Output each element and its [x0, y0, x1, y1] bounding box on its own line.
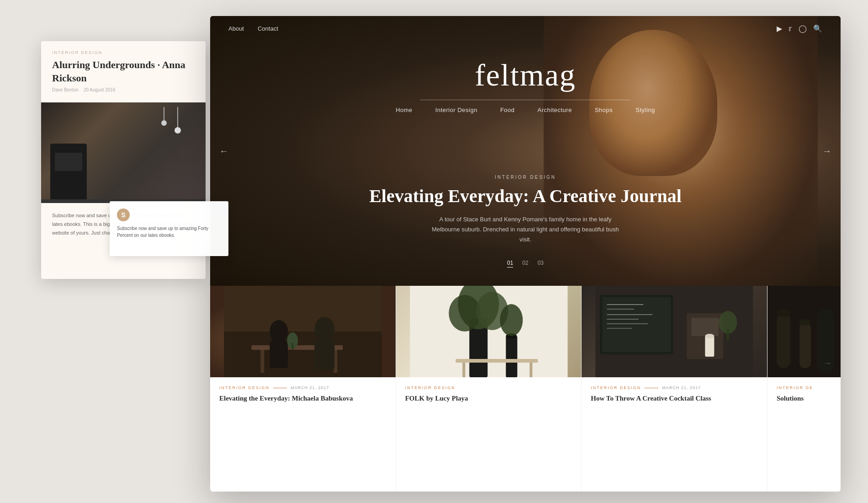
card-title: Alurring Undergrounds · Anna Rickson: [52, 59, 195, 85]
svg-rect-30: [607, 319, 639, 320]
svg-rect-13: [469, 322, 487, 377]
bottom-row-arrow[interactable]: →: [823, 359, 831, 368]
hero-description: A tour of Stace Burt and Kenny Pomare's …: [429, 214, 621, 245]
svg-point-36: [705, 334, 715, 338]
article-date-3: March 21, 2017: [662, 385, 701, 390]
article-date-1: March 21, 2017: [291, 385, 329, 390]
card-meta: Dave Benton 20 August 2016: [52, 87, 195, 92]
svg-point-5: [270, 320, 288, 343]
main-nav-architecture[interactable]: Architecture: [538, 107, 572, 113]
svg-point-41: [777, 310, 790, 317]
youtube-icon[interactable]: ▶: [777, 24, 782, 33]
svg-rect-6: [270, 341, 288, 368]
article-item-3[interactable]: Interior Design March 21, 2017 How To Th…: [582, 286, 767, 492]
svg-rect-23: [529, 363, 532, 377]
article-cat-divider-3: [645, 388, 658, 388]
main-nav-food[interactable]: Food: [500, 107, 515, 113]
article-cat-4: Interior De: [777, 385, 813, 390]
svg-point-20: [500, 304, 523, 336]
article-info-4: Interior De Solutions: [767, 377, 841, 412]
card-category: Interior Design: [52, 50, 195, 55]
search-icon[interactable]: 🔍: [813, 24, 822, 33]
article-title-2: FOLK by Lucy Playa: [405, 394, 572, 403]
nav-link-contact[interactable]: Contact: [258, 25, 278, 32]
svg-rect-28: [607, 309, 635, 310]
article-image-svg-3: [582, 286, 767, 377]
article-item-1[interactable]: Interior Design March 21, 2017 Elevating…: [210, 286, 396, 492]
articles-row: Interior Design March 21, 2017 Elevating…: [210, 286, 841, 492]
twitter-icon[interactable]: 𝕣: [789, 24, 792, 33]
main-nav-shops[interactable]: Shops: [595, 107, 613, 113]
svg-rect-40: [777, 313, 790, 368]
article-thumb-1: [210, 286, 396, 377]
hero-arrow-right[interactable]: →: [822, 146, 831, 156]
slide-dot-3[interactable]: 03: [538, 260, 544, 268]
article-cat-1: Interior Design: [219, 385, 270, 390]
nav-links: About Contact: [228, 25, 278, 32]
article-info-3: Interior Design March 21, 2017 How To Th…: [582, 377, 767, 412]
svg-rect-32: [607, 328, 632, 329]
svg-rect-29: [607, 314, 653, 315]
svg-rect-31: [607, 323, 648, 324]
hero-title: Elevating Everyday: A Creative Journal: [210, 185, 841, 207]
article-thumb-3: [582, 286, 767, 377]
article-image-svg-1: [210, 286, 396, 377]
svg-rect-21: [455, 359, 538, 363]
svg-rect-1: [224, 332, 381, 377]
card-date: 20 August 2016: [84, 87, 116, 92]
subscribe-text: Subscribe now and save up to amazing For…: [117, 225, 221, 239]
svg-rect-26: [603, 297, 671, 352]
svg-point-43: [799, 319, 810, 326]
svg-rect-34: [692, 318, 719, 336]
card-author: Dave Benton: [52, 87, 79, 92]
article-info-1: Interior Design March 21, 2017 Elevating…: [210, 377, 396, 412]
hero-content: Interior Design Elevating Everyday: A Cr…: [210, 175, 841, 245]
article-cat-3: Interior Design: [591, 385, 641, 390]
article-item-2[interactable]: Interior Design FOLK by Lucy Playa: [396, 286, 582, 492]
main-nav-styling[interactable]: Styling: [635, 107, 655, 113]
slide-indicators: 01 02 03: [210, 260, 841, 268]
nav-icons: ▶ 𝕣 ◯ 🔍: [777, 24, 822, 33]
navigation: About Contact ▶ 𝕣 ◯ 🔍 feltmag Home: [210, 16, 841, 113]
hero-section: About Contact ▶ 𝕣 ◯ 🔍 feltmag Home: [210, 16, 841, 286]
subscribe-icon: S: [117, 209, 130, 221]
article-title-4: Solutions: [777, 394, 831, 403]
site-logo[interactable]: feltmag: [210, 57, 841, 93]
hero-category: Interior Design: [210, 175, 841, 180]
svg-rect-27: [607, 304, 644, 305]
svg-rect-3: [260, 350, 264, 373]
logo-divider: [420, 100, 630, 100]
hero-arrow-left[interactable]: ←: [219, 146, 228, 156]
article-cat-2: Interior Design: [405, 385, 455, 390]
svg-point-16: [449, 295, 481, 332]
logo-area: feltmag Home Interior Design Food Archit…: [210, 41, 841, 113]
nav-link-about[interactable]: About: [228, 25, 244, 32]
svg-rect-42: [799, 322, 811, 368]
main-nav-home[interactable]: Home: [396, 107, 413, 113]
svg-rect-18: [506, 336, 517, 377]
instagram-icon[interactable]: ◯: [799, 24, 807, 33]
slide-dot-2[interactable]: 02: [522, 260, 528, 268]
article-image-svg-2: [396, 286, 582, 377]
svg-rect-22: [462, 363, 465, 377]
svg-rect-8: [314, 340, 334, 369]
article-info-2: Interior Design FOLK by Lucy Playa: [396, 377, 582, 412]
svg-rect-38: [727, 329, 729, 341]
main-nav-interior-design[interactable]: Interior Design: [435, 107, 477, 113]
browser-window: About Contact ▶ 𝕣 ◯ 🔍 feltmag Home: [210, 16, 841, 492]
slide-dot-1[interactable]: 01: [507, 260, 513, 268]
svg-rect-35: [705, 336, 715, 357]
article-cat-divider-1: [273, 388, 287, 388]
article-item-4[interactable]: Interior De Solutions: [767, 286, 841, 492]
article-title-3: How To Throw A Creative Cocktail Class: [591, 394, 758, 403]
svg-rect-10: [291, 343, 293, 350]
articles-section: Interior Design March 21, 2017 Elevating…: [210, 286, 841, 492]
article-title-1: Elevating the Everyday: Michaela Babusko…: [219, 394, 386, 403]
subscribe-overlay: S Subscribe now and save up to amazing F…: [110, 201, 228, 256]
article-thumb-2: [396, 286, 582, 377]
card-image: [41, 102, 206, 203]
svg-point-7: [314, 317, 334, 342]
main-nav: Home Interior Design Food Architecture S…: [210, 107, 841, 113]
